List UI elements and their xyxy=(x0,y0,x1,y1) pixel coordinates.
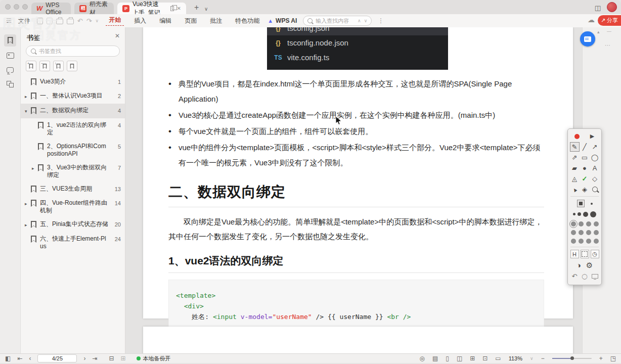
scroll-up-icon[interactable]: ▴ xyxy=(597,29,600,34)
color-swatch[interactable] xyxy=(586,221,591,226)
sidebar-toggle-icon[interactable]: ◧ xyxy=(5,355,11,362)
new-tab-button[interactable]: + xyxy=(194,3,199,12)
tab-docer[interactable]: 稻 稻壳素材 xyxy=(74,3,114,14)
color-swatch[interactable] xyxy=(579,239,584,244)
tab-document-active[interactable]: P Vue3快速上手_笔记 ✕ xyxy=(117,3,186,14)
print-icon[interactable] xyxy=(56,19,63,24)
bookmark-item[interactable]: 三、VUE3生命周期 13 xyxy=(21,182,125,196)
more-tools-icon[interactable]: ⋮ xyxy=(378,17,384,24)
expander-icon[interactable]: ▸ xyxy=(25,93,31,101)
monitor-button[interactable] xyxy=(590,271,600,281)
menu-comment[interactable]: 批注 xyxy=(207,17,225,25)
size-dot-button[interactable] xyxy=(591,203,593,205)
rail-thumbnails-button[interactable] xyxy=(4,50,16,62)
menu-edit[interactable]: 编辑 xyxy=(156,17,174,25)
polygon-tool[interactable]: ◇ xyxy=(590,174,600,184)
select-cursor-tool[interactable]: ▲ xyxy=(570,185,580,194)
filled-rect-tool[interactable]: ▰ xyxy=(570,163,580,173)
delete-page-icon[interactable]: ⊞ xyxy=(121,355,126,362)
translate-floating-button[interactable] xyxy=(580,31,595,47)
ellipse-tool[interactable]: ◯ xyxy=(590,153,600,162)
bookmark-item[interactable]: ▸ 四、Vue-Router组件路由机制 14 xyxy=(21,196,125,217)
bookmark-search-input[interactable]: 书签查找 xyxy=(26,46,120,57)
shape-tool[interactable]: ◬ xyxy=(570,174,580,184)
find-prev-icon[interactable]: ∧ xyxy=(358,19,361,23)
prev-page-icon[interactable]: ‹ xyxy=(29,355,31,362)
color-swatch[interactable] xyxy=(586,239,591,244)
arrow-tool[interactable]: ↗ xyxy=(590,142,600,152)
undo-annotation-button[interactable]: ↶ xyxy=(570,271,580,281)
magnifier-tool[interactable] xyxy=(590,185,600,194)
settings-gear-icon[interactable]: ⚙ xyxy=(586,261,593,270)
minimize-window-button[interactable] xyxy=(14,4,19,10)
single-page-icon[interactable]: ▯ xyxy=(446,355,449,362)
collapse-handle-icon[interactable]: — xyxy=(607,29,611,34)
size-small-button[interactable] xyxy=(577,200,585,207)
filled-circle-tool[interactable]: ● xyxy=(580,163,590,173)
cloud-sync-icon[interactable]: ☁ xyxy=(588,16,595,24)
expander-icon[interactable]: ▾ xyxy=(25,108,31,115)
line-tool[interactable]: ╱ xyxy=(580,142,590,152)
expander-icon[interactable]: ▸ xyxy=(32,165,38,172)
rectangle-tool[interactable]: ▭ xyxy=(580,153,590,162)
view-mode-icon[interactable]: ◎ xyxy=(419,355,424,362)
dashed-rect-button[interactable] xyxy=(581,250,589,258)
zoom-level[interactable]: 113% xyxy=(509,355,522,361)
save-icon[interactable] xyxy=(47,18,53,24)
bookmark-item[interactable]: 2、OptionsAPI和CompositionAPI 5 xyxy=(21,140,125,161)
bookmark-list-button[interactable] xyxy=(67,61,77,71)
record-button[interactable] xyxy=(572,131,582,141)
menu-insert[interactable]: 插入 xyxy=(131,17,149,25)
zoom-dropdown-icon[interactable]: ∨ xyxy=(530,356,534,360)
rail-bookmarks-button[interactable] xyxy=(4,34,16,47)
print-preview-icon[interactable] xyxy=(67,19,74,24)
find-input[interactable]: 输入查找内容 ∧ ∨ xyxy=(303,16,372,26)
play-button[interactable]: ▶ xyxy=(588,131,597,141)
two-page-icon[interactable]: ◫ xyxy=(457,355,462,362)
stroke-size-4[interactable] xyxy=(590,211,596,217)
find-next-icon[interactable]: ∨ xyxy=(364,19,368,23)
hamburger-icon[interactable]: ☰ xyxy=(6,17,12,24)
detach-tab-icon[interactable] xyxy=(170,6,174,11)
document-canvas[interactable]: {} tsconfig.json {} tsconfig.node.json T… xyxy=(125,27,583,354)
stroke-size-1[interactable] xyxy=(573,213,575,215)
fit-width-icon[interactable]: ⊡ xyxy=(482,355,487,362)
color-swatch[interactable] xyxy=(579,221,584,226)
new-doc-icon[interactable] xyxy=(37,18,43,24)
pen-tool[interactable]: ✎ xyxy=(570,142,580,152)
color-swatch[interactable] xyxy=(571,239,576,244)
first-page-icon[interactable]: ⇤ xyxy=(17,355,22,362)
zoom-slider[interactable] xyxy=(552,358,592,359)
zoom-window-button[interactable] xyxy=(22,4,28,10)
rail-clipboard-button[interactable] xyxy=(4,78,16,90)
multi-page-icon[interactable]: ⊞ xyxy=(470,355,475,362)
zoom-out-icon[interactable]: − xyxy=(541,355,545,362)
menu-home[interactable]: 开始 xyxy=(106,16,124,26)
tab-list-button[interactable]: ∨ xyxy=(204,5,208,14)
bookmark-item[interactable]: ▸ 一、整体认识Vue3项目 2 xyxy=(21,89,125,104)
document-page-4[interactable]: {} tsconfig.json {} tsconfig.node.json T… xyxy=(143,27,573,318)
fullscreen-icon[interactable]: ◳ xyxy=(610,355,616,362)
reader-layout-icon[interactable]: ◫ xyxy=(595,4,601,13)
color-swatch[interactable] xyxy=(594,230,599,235)
insert-page-icon[interactable]: ⊟ xyxy=(109,355,114,362)
stroke-size-2[interactable] xyxy=(578,212,581,216)
wps-ai-button[interactable]: WPS AI xyxy=(276,17,297,24)
stroke-size-3[interactable] xyxy=(583,212,588,217)
timer-button[interactable]: ◷ xyxy=(591,250,599,258)
close-tab-icon[interactable]: ✕ xyxy=(177,6,181,11)
bookmark-item[interactable]: 1、vue2语法的双向绑定 4 xyxy=(21,118,125,140)
color-swatch[interactable] xyxy=(579,230,584,235)
zoom-slider-thumb[interactable] xyxy=(570,356,574,360)
contrast-button[interactable]: ◑ xyxy=(576,261,581,269)
undo-icon[interactable]: ↶ xyxy=(77,17,83,25)
color-swatch[interactable] xyxy=(571,221,576,226)
text-tool[interactable]: A xyxy=(590,163,600,173)
toolbar-chevron-icon[interactable]: ∨ xyxy=(96,18,99,23)
menu-special[interactable]: 特色功能 xyxy=(232,17,262,25)
avatar[interactable] xyxy=(607,2,617,12)
share-button[interactable]: ↗ 分享 xyxy=(598,15,621,26)
page-indicator[interactable]: 4/25 xyxy=(37,354,77,362)
close-panel-icon[interactable]: ✕ xyxy=(115,32,120,39)
next-page-icon[interactable]: › xyxy=(83,355,85,362)
